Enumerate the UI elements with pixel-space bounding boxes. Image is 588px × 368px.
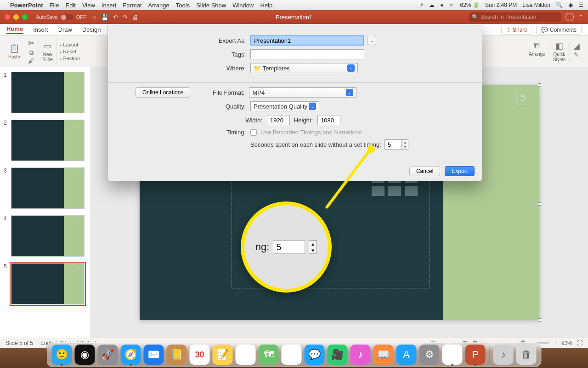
insert-picture-icon[interactable] [372,186,384,196]
menu-insert[interactable]: Insert [102,2,117,9]
dock-app-finder[interactable]: 🙂 [52,345,72,365]
dock-app-itunes[interactable]: ♪ [351,345,371,365]
notification-center-icon[interactable]: ☰ [578,2,583,8]
seconds-per-slide-input[interactable] [384,139,402,150]
menu-window[interactable]: Window [232,2,254,9]
tab-home[interactable]: Home [6,25,23,34]
arrange-icon[interactable]: ⧉ [534,41,540,51]
menu-edit[interactable]: Edit [65,2,75,9]
slide-thumbnail-3[interactable] [11,167,85,209]
dock-app-mail[interactable]: ✉️ [144,345,164,365]
dock-app-settings[interactable]: ⚙︎ [419,345,440,365]
search-presentation-input[interactable]: 🔍 Search in Presentation [469,12,561,22]
slide-thumbnail-1[interactable] [11,72,85,113]
dock-trash[interactable]: 🗑 [516,345,537,365]
dock-app-messages[interactable]: 💬 [305,345,325,365]
share-button[interactable]: ⇪Share [501,25,532,35]
app-menu[interactable]: PowerPoint [10,2,43,9]
chat-icon[interactable]: ● [440,2,443,8]
tags-input[interactable] [250,49,364,59]
slide-thumbnail-4[interactable] [11,215,85,257]
dock-downloads[interactable]: ♪ [493,345,514,365]
clock[interactable]: Sun 2:48 PM [485,2,517,8]
width-input[interactable] [267,115,290,125]
feedback-icon[interactable] [565,13,574,21]
menu-slideshow[interactable]: Slide Show [196,2,226,9]
tab-design[interactable]: Design [82,26,101,33]
menu-help[interactable]: Help [260,2,272,9]
menu-arrange[interactable]: Arrange [148,2,170,9]
dock-app-photos[interactable]: ✿ [282,345,302,365]
shape-outline-icon[interactable]: ✎ [574,51,579,58]
status-icon[interactable]: ⚡︎ [420,2,424,8]
cut-icon[interactable]: ✂︎ [28,38,35,48]
comments-button[interactable]: 💬Comments [536,25,582,35]
use-recorded-timings-checkbox[interactable] [250,129,257,136]
dock-app-calendar[interactable]: 30 [190,345,210,365]
export-button[interactable]: Export [445,166,475,176]
tab-insert[interactable]: Insert [33,26,48,33]
dock-app-safari[interactable]: 🧭 [121,345,141,365]
qa-undo-icon[interactable]: ↶ [113,14,118,21]
menu-format[interactable]: Format [123,2,141,9]
expand-save-dialog-button[interactable]: ⌄ [367,36,376,45]
dock-app-siri[interactable]: ◉ [75,345,95,365]
section-button[interactable]: Section [60,56,80,61]
format-painter-icon[interactable]: 🖌 [28,57,34,64]
spotlight-icon[interactable]: 🔍 [556,2,563,8]
dock-app-powerpoint[interactable]: P [465,345,486,365]
slide-thumbnail-5[interactable] [11,263,85,305]
quick-styles-icon[interactable]: ◧ [555,41,563,51]
dock-app-reminders[interactable]: ☑︎ [236,345,256,365]
cc-icon[interactable]: ☁︎ [429,2,435,8]
ribbon-toggle-icon[interactable]: ⌃ [578,14,583,21]
dock-app-ibooks[interactable]: 📖 [373,345,394,365]
menu-tools[interactable]: Tools [176,2,190,9]
dock-app-notes[interactable]: 📝 [213,345,233,365]
qa-redo-icon[interactable]: ↷ [123,14,128,21]
autosave-toggle[interactable]: AutoSave OFF [36,14,86,20]
online-locations-button[interactable]: Online Locations [136,87,190,98]
insert-video-icon[interactable] [405,186,418,196]
zoom-level[interactable]: 93% [561,340,572,346]
paste-icon[interactable]: 📋 [9,43,19,53]
insert-online-picture-icon[interactable] [388,186,401,196]
quality-select[interactable]: Presentation Quality⌄ [250,101,319,111]
menu-view[interactable]: View [82,2,95,9]
new-slide-icon[interactable]: ▭ [44,41,51,51]
where-select[interactable]: 📁 Templates⌄ [250,63,358,73]
siri-icon[interactable]: ◉ [568,2,573,8]
slide-thumbnails-panel[interactable]: 1 2 3 4 5 [0,67,91,338]
dock-app-maps[interactable]: 🗺 [259,345,279,365]
height-input[interactable] [317,115,340,125]
wifi-icon[interactable]: ᯤ [449,2,455,8]
dock-app-facetime[interactable]: 🎥 [328,345,348,365]
stepper-up-icon[interactable]: ▲ [402,140,408,144]
export-as-input[interactable] [250,35,364,46]
minimize-window-button[interactable] [13,14,19,20]
zoom-window-button[interactable] [22,14,28,20]
slide-thumbnail-2[interactable] [11,120,85,161]
dock-app-appstore[interactable]: A [396,345,417,365]
user-name[interactable]: Lisa Mildon [522,2,550,8]
shape-fill-icon[interactable]: ◢ [573,41,580,51]
fit-window-icon[interactable]: ⛶ [577,340,582,346]
close-window-button[interactable] [5,14,10,20]
layout-button[interactable]: Layout [60,42,79,47]
seconds-per-slide-stepper[interactable]: ▲▼ [384,139,408,150]
zoom-in-button[interactable]: + [554,340,557,346]
dock-app-contacts[interactable]: 📒 [167,345,187,365]
stepper-down-icon[interactable]: ▼ [402,144,408,149]
menu-file[interactable]: File [50,2,59,9]
qa-save-icon[interactable]: 💾 [101,14,108,21]
battery-status[interactable]: 62% 🔋 [460,2,480,8]
qa-print-icon[interactable]: 🖨 [132,14,138,21]
qa-home-icon[interactable]: ⌂ [93,14,96,21]
dock-app-launchpad[interactable]: 🚀 [98,345,118,365]
reset-button[interactable]: Reset [60,49,76,54]
dock-app-chrome[interactable]: ◎ [442,345,463,365]
cancel-button[interactable]: Cancel [409,166,440,176]
file-format-select[interactable]: MP4⌄ [249,87,356,98]
copy-icon[interactable]: ⧉ [29,49,34,57]
tab-draw[interactable]: Draw [58,26,72,33]
